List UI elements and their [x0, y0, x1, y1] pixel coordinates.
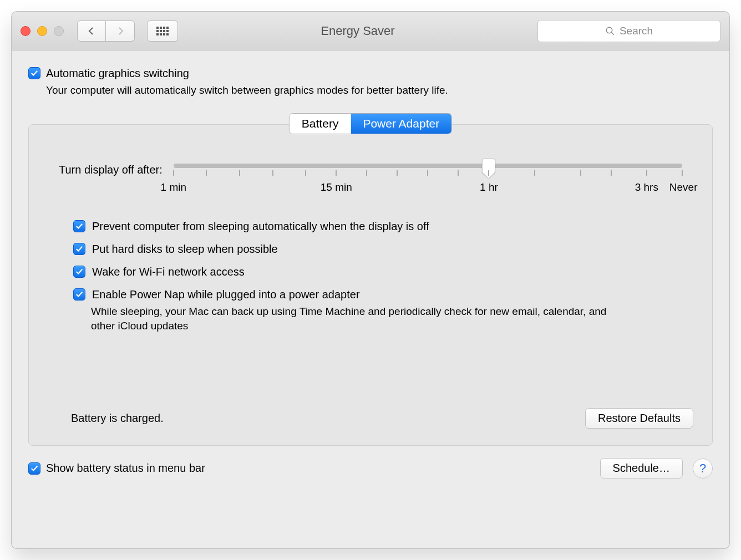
checkmark-icon — [75, 291, 83, 298]
tick-1hr: 1 hr — [480, 181, 498, 194]
power-nap-checkbox[interactable] — [73, 288, 85, 301]
wake-wifi-checkbox[interactable] — [73, 266, 85, 278]
prevent-sleep-row: Prevent computer from sleeping automatic… — [73, 220, 682, 233]
display-off-label: Turn display off after: — [59, 164, 163, 176]
bottom-right: Schedule… ? — [600, 458, 713, 478]
checkmark-icon — [75, 268, 83, 276]
search-input[interactable]: Search — [537, 20, 720, 42]
wake-wifi-row: Wake for Wi-Fi network access — [73, 266, 682, 278]
prevent-sleep-checkbox[interactable] — [73, 220, 85, 232]
show-battery-checkbox[interactable] — [28, 462, 40, 475]
traffic-lights — [21, 26, 64, 36]
automatic-graphics-description: Your computer will automatically switch … — [46, 84, 713, 96]
chevron-left-icon — [87, 27, 96, 35]
prevent-sleep-label: Prevent computer from sleeping automatic… — [92, 220, 429, 233]
window: Energy Saver Search Automatic graphics s… — [11, 11, 730, 549]
schedule-button[interactable]: Schedule… — [600, 458, 683, 478]
tick-1min: 1 min — [161, 181, 186, 194]
tab-power-adapter[interactable]: Power Adapter — [351, 114, 451, 134]
slider-ticks — [174, 170, 682, 178]
zoom-window-button — [54, 26, 64, 36]
options-list: Prevent computer from sleeping automatic… — [59, 220, 682, 333]
window-title: Energy Saver — [185, 24, 531, 38]
checkmark-icon — [75, 245, 83, 253]
wake-wifi-label: Wake for Wi-Fi network access — [92, 266, 245, 278]
power-nap-description: While sleeping, your Mac can back up usi… — [91, 304, 623, 333]
hard-disks-row: Put hard disks to sleep when possible — [73, 243, 682, 256]
panel-footer: Battery is charged. Restore Defaults — [71, 408, 693, 429]
power-nap-label: Enable Power Nap while plugged into a po… — [92, 288, 360, 301]
minimize-window-button[interactable] — [37, 26, 47, 36]
chevron-right-icon — [116, 27, 125, 35]
help-icon: ? — [699, 461, 706, 476]
restore-defaults-button[interactable]: Restore Defaults — [585, 408, 693, 429]
checkmark-icon — [31, 465, 38, 472]
svg-line-1 — [611, 32, 614, 35]
automatic-graphics-checkbox[interactable] — [28, 67, 40, 79]
help-button[interactable]: ? — [693, 459, 713, 478]
grid-icon — [156, 27, 169, 35]
titlebar: Energy Saver Search — [12, 12, 729, 50]
checkmark-icon — [75, 222, 83, 230]
back-button[interactable] — [77, 21, 106, 42]
close-window-button[interactable] — [21, 26, 31, 36]
svg-point-0 — [606, 27, 612, 33]
hard-disks-label: Put hard disks to sleep when possible — [92, 243, 278, 256]
automatic-graphics-label: Automatic graphics switching — [46, 67, 189, 80]
slider-track — [174, 164, 682, 168]
power-nap-row: Enable Power Nap while plugged into a po… — [73, 288, 682, 301]
search-icon — [605, 26, 615, 36]
panel: Turn display off after: — [28, 124, 713, 446]
bottom-bar: Show battery status in menu bar Schedule… — [28, 458, 713, 478]
tab-panel: Battery Power Adapter Turn display off a… — [28, 124, 713, 446]
display-off-slider[interactable]: 1 min 15 min 1 hr 3 hrs Never — [174, 164, 682, 196]
display-off-slider-row: Turn display off after: — [59, 164, 682, 196]
content: Automatic graphics switching Your comput… — [12, 50, 729, 548]
tick-15min: 15 min — [321, 181, 352, 194]
tab-battery[interactable]: Battery — [290, 114, 351, 134]
search-placeholder: Search — [620, 25, 653, 37]
nav-group — [77, 21, 135, 42]
automatic-graphics-row: Automatic graphics switching — [28, 67, 713, 80]
tabs: Battery Power Adapter — [289, 113, 452, 134]
hard-disks-checkbox[interactable] — [73, 243, 85, 255]
forward-button[interactable] — [106, 21, 135, 42]
battery-status: Battery is charged. — [71, 412, 164, 425]
tick-never: Never — [669, 181, 698, 194]
checkmark-icon — [31, 69, 38, 77]
show-battery-label: Show battery status in menu bar — [46, 462, 205, 475]
show-all-button[interactable] — [147, 21, 178, 42]
slider-tick-labels: 1 min 15 min 1 hr 3 hrs Never — [174, 181, 682, 196]
tick-3hrs: 3 hrs — [635, 181, 658, 194]
show-battery-row: Show battery status in menu bar — [28, 462, 205, 475]
